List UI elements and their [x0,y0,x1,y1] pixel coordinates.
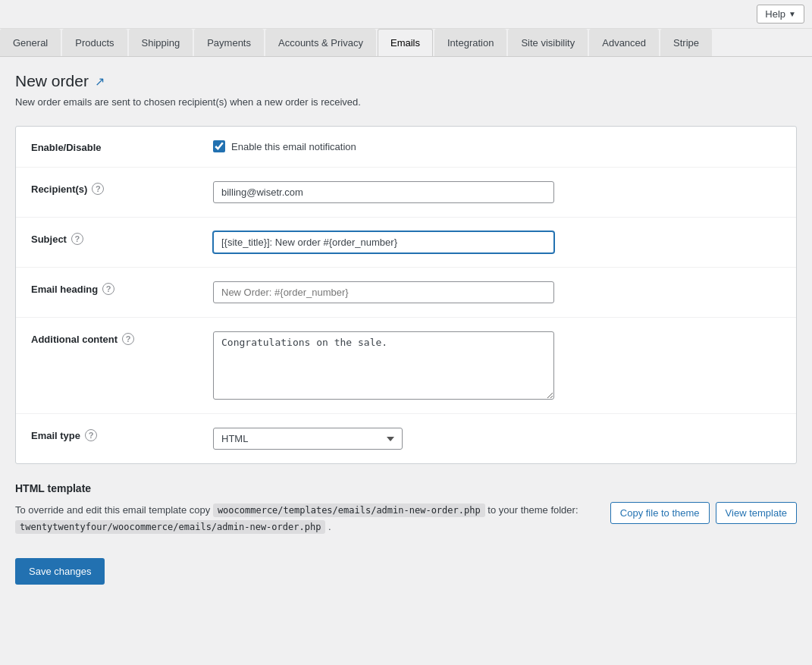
recipients-input-col [213,181,781,203]
copy-file-to-theme-button[interactable]: Copy file to theme [610,502,710,524]
template-info-row: To override and edit this email template… [15,502,797,535]
email-type-select[interactable]: HTML Plain text Multipart [213,428,403,450]
top-bar: Help ▼ [0,0,812,29]
subject-label: Subject [31,234,67,245]
email-type-label-col: Email type ? [31,428,213,441]
recipients-row: Recipient(s) ? [16,168,796,218]
subject-help-icon[interactable]: ? [71,233,83,245]
email-heading-help-icon[interactable]: ? [102,283,114,295]
html-template-title: HTML template [15,482,797,494]
main-content: New order ↗ New order emails are sent to… [0,57,812,663]
help-button[interactable]: Help ▼ [757,5,804,24]
subject-label-col: Subject ? [31,231,213,245]
tab-general[interactable]: General [0,29,61,56]
additional-content-label: Additional content [31,334,118,345]
enable-checkbox-text: Enable this email notification [231,141,356,152]
tabs-bar: General Products Shipping Payments Accou… [0,29,812,57]
tab-accounts-privacy[interactable]: Accounts & Privacy [265,29,376,56]
tab-stripe[interactable]: Stripe [660,29,712,56]
enable-disable-label-col: Enable/Disable [31,140,213,153]
additional-content-input-col: Congratulations on the sale. [213,331,781,400]
template-desc-middle: to your theme folder: [488,504,578,516]
tab-advanced[interactable]: Advanced [589,29,659,56]
email-type-label: Email type [31,430,80,441]
enable-checkbox[interactable] [213,140,225,152]
enable-checkbox-label[interactable]: Enable this email notification [213,140,356,152]
enable-disable-row: Enable/Disable Enable this email notific… [16,127,796,168]
enable-disable-label: Enable/Disable [31,142,101,153]
recipients-help-icon[interactable]: ? [92,183,104,195]
template-buttons: Copy file to theme View template [610,502,797,524]
help-label: Help [765,8,785,20]
recipients-label: Recipient(s) [31,184,87,195]
email-type-help-icon[interactable]: ? [85,429,97,441]
email-heading-input[interactable] [213,281,554,303]
tab-products[interactable]: Products [62,29,127,56]
email-settings-form: Enable/Disable Enable this email notific… [15,126,797,464]
additional-content-help-icon[interactable]: ? [122,333,134,345]
enable-disable-input-col: Enable this email notification [213,140,781,152]
html-template-section: HTML template To override and edit this … [15,482,797,535]
subject-row: Subject ? [16,218,796,268]
page-subtitle: New order emails are sent to chosen reci… [15,96,797,108]
view-template-button[interactable]: View template [716,502,797,524]
email-type-input-col: HTML Plain text Multipart [213,428,781,450]
email-heading-label: Email heading [31,284,98,295]
tab-payments[interactable]: Payments [194,29,264,56]
email-type-row: Email type ? HTML Plain text Multipart [16,414,796,463]
email-heading-label-col: Email heading ? [31,281,213,295]
template-desc-after: . [328,521,331,532]
save-section: Save changes [15,558,797,585]
email-heading-row: Email heading ? [16,268,796,318]
tab-emails[interactable]: Emails [378,29,433,56]
template-file-path: woocommerce/templates/emails/admin-new-o… [213,503,485,517]
template-info-text: To override and edit this email template… [15,502,595,535]
additional-content-textarea[interactable]: Congratulations on the sale. [213,331,554,400]
template-desc-before: To override and edit this email template… [15,504,210,516]
recipients-label-col: Recipient(s) ? [31,181,213,195]
tab-integration[interactable]: Integration [434,29,506,56]
recipients-input[interactable] [213,181,554,203]
additional-content-row: Additional content ? Congratulations on … [16,318,796,414]
tab-site-visibility[interactable]: Site visibility [508,29,588,56]
page-link-icon[interactable]: ↗ [95,74,105,89]
tab-shipping[interactable]: Shipping [129,29,193,56]
save-changes-button[interactable]: Save changes [15,558,105,585]
email-heading-input-col [213,281,781,303]
page-title: New order [15,72,89,90]
subject-input-col [213,231,781,253]
additional-content-label-col: Additional content ? [31,331,213,345]
help-chevron: ▼ [788,10,796,18]
page-title-row: New order ↗ [15,72,797,90]
subject-input[interactable] [213,231,554,253]
template-theme-path: twentytwentyfour/woocommerce/emails/admi… [15,520,325,534]
